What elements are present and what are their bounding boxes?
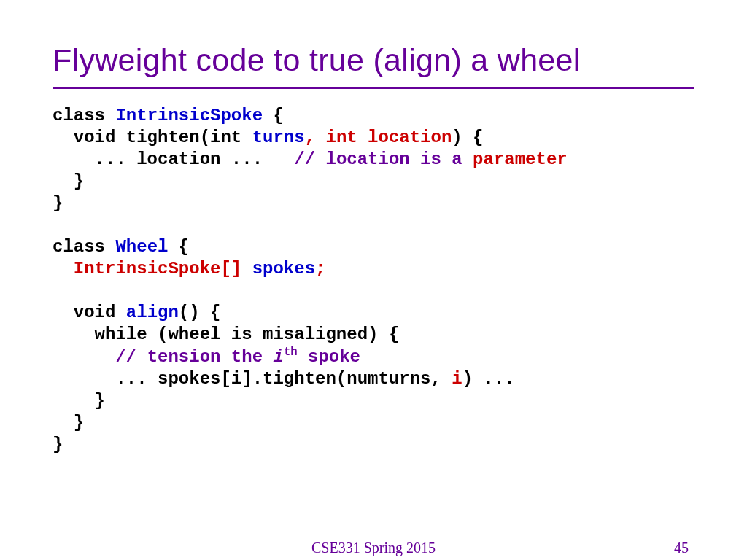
code-block: class IntrinsicSpoke { void tighten(int …	[53, 105, 694, 456]
code-text: }	[53, 171, 84, 191]
code-class-name: IntrinsicSpoke	[115, 106, 273, 125]
footer-course: CSE331 Spring 2015	[0, 540, 747, 556]
code-keyword: parameter	[473, 149, 568, 169]
code-text	[53, 347, 115, 367]
slide-title: Flyweight code to true (align) a wheel	[53, 42, 694, 78]
code-text: ... location ...	[53, 149, 294, 169]
code-field: spokes	[252, 259, 315, 279]
code-text: while (wheel is misaligned) {	[53, 324, 399, 344]
code-param: turns	[252, 128, 305, 147]
code-text	[53, 259, 74, 279]
code-text: }	[53, 193, 63, 213]
code-param-new: int location	[325, 128, 452, 147]
code-text: }	[53, 391, 105, 411]
code-text: ... spokes[i].tighten(numturns,	[53, 369, 452, 389]
code-text: () {	[179, 303, 221, 322]
footer-page-number: 45	[674, 540, 689, 556]
code-comment: spoke	[298, 347, 360, 367]
code-comment: // location is a	[294, 149, 473, 169]
code-text: ,	[305, 128, 326, 147]
code-comment: // tension the	[115, 347, 273, 367]
slide: Flyweight code to true (align) a wheel c…	[0, 0, 747, 560]
code-text: ) ...	[462, 369, 515, 389]
code-class-name: Wheel	[115, 237, 178, 257]
code-method: align	[126, 303, 179, 322]
code-text: ) {	[452, 128, 483, 147]
code-text: void	[53, 303, 126, 322]
code-type: IntrinsicSpoke[]	[74, 259, 252, 279]
code-text: ;	[315, 259, 325, 279]
title-rule	[53, 87, 694, 89]
code-comment: i	[273, 347, 283, 367]
code-text: {	[273, 106, 283, 125]
code-arg: i	[452, 369, 462, 389]
code-text: {	[179, 237, 189, 257]
code-text: void tighten(int	[53, 128, 252, 147]
code-text: class	[53, 237, 115, 257]
code-text: }	[53, 435, 63, 454]
code-text: class	[53, 106, 115, 125]
code-text: }	[53, 413, 84, 432]
code-superscript: th	[284, 346, 298, 359]
